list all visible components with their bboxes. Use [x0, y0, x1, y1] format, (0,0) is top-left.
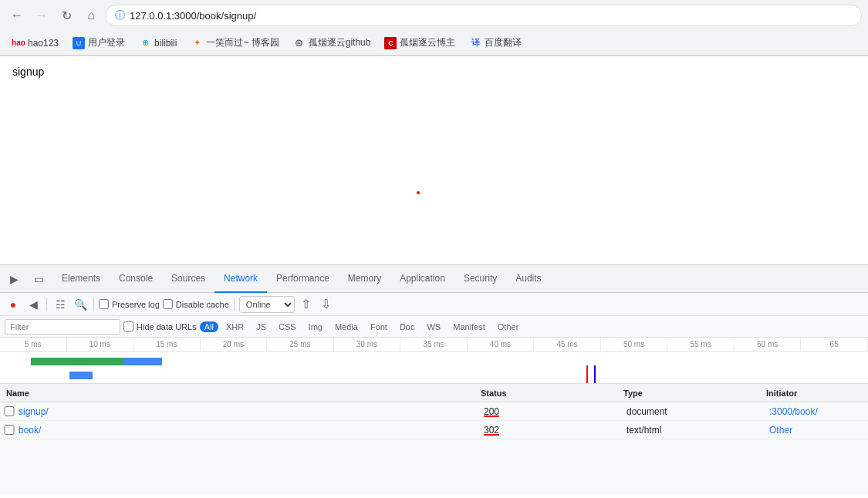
disable-cache-checkbox[interactable] — [163, 299, 173, 309]
timeline-bars — [0, 352, 868, 384]
tab-performance[interactable]: Performance — [267, 265, 339, 293]
table-row[interactable]: book/ 302 text/html Other — [0, 421, 868, 439]
tick-55ms: 55 ms — [667, 338, 735, 351]
filter-css[interactable]: CSS — [274, 321, 301, 332]
row-type: document — [620, 406, 763, 417]
url-text: 127.0.0.1:3000/book/signup/ — [130, 10, 256, 22]
tick-5ms: 5 ms — [0, 338, 67, 351]
hao123-icon: hao — [12, 37, 25, 49]
stop-button[interactable]: ◀ — [25, 296, 42, 313]
back-button[interactable]: ← — [6, 5, 28, 26]
bookmark-csdn[interactable]: C 孤烟逐云博主 — [378, 34, 461, 52]
tab-elements[interactable]: Elements — [52, 265, 110, 293]
devtools-tabs: ▶ ▭ Elements Console Sources Network Per… — [0, 265, 868, 293]
bookmark-hao123[interactable]: hao hao123 — [6, 35, 65, 52]
filter-xhr[interactable]: XHR — [221, 321, 248, 332]
toolbar-divider-2 — [93, 298, 94, 311]
bookmark-label: bilibili — [154, 38, 177, 49]
table-header: Name Status Type Initiator — [0, 384, 868, 402]
filter-manifest[interactable]: Manifest — [448, 321, 490, 332]
bar-signup-green — [31, 358, 123, 365]
hide-data-urls-text: Hide data URLs — [137, 322, 197, 331]
filter-input[interactable] — [5, 319, 120, 335]
row-status: 200 — [478, 406, 620, 417]
bookmark-github[interactable]: ⊛ 孤烟逐云github — [287, 34, 377, 52]
bookmark-baidu-translate[interactable]: 译 百度翻译 — [463, 34, 528, 52]
filter-toggle-button[interactable]: ☷ — [52, 296, 69, 313]
filter-img[interactable]: Img — [304, 321, 327, 332]
vline-domcontent — [586, 365, 588, 384]
disable-cache-label[interactable]: Disable cache — [163, 299, 229, 309]
tick-40ms: 40 ms — [468, 338, 535, 351]
network-table: Name Status Type Initiator signup/ 200 d… — [0, 384, 868, 439]
filter-font[interactable]: Font — [366, 321, 392, 332]
home-button[interactable]: ⌂ — [80, 5, 102, 26]
browser-chrome: ← → ↻ ⌂ ⓘ 127.0.0.1:3000/book/signup/ ha… — [0, 0, 868, 56]
tick-45ms: 45 ms — [534, 338, 601, 351]
filter-js[interactable]: JS — [252, 321, 271, 332]
tick-20ms: 20 ms — [201, 338, 268, 351]
row-checkbox[interactable] — [3, 406, 15, 416]
preserve-log-checkbox[interactable] — [99, 299, 109, 309]
tick-65ms: 65 — [801, 338, 868, 351]
bookmark-cnblogs[interactable]: ✦ 一笑而过~ 博客园 — [184, 34, 285, 52]
header-name: Name — [0, 389, 475, 398]
filter-doc[interactable]: Doc — [395, 321, 420, 332]
throttle-select[interactable]: Online Offline Slow 3G Fast 3G — [239, 296, 295, 313]
export-har-button[interactable]: ⇩ — [318, 296, 335, 313]
tab-network[interactable]: Network — [214, 265, 267, 293]
tick-60ms: 60 ms — [735, 338, 802, 351]
preserve-log-text: Preserve log — [112, 300, 160, 309]
forward-button[interactable]: → — [31, 5, 52, 26]
header-status: Status — [475, 389, 617, 398]
devtools-select-mode[interactable]: ▶ — [3, 268, 25, 290]
row-type: text/html — [620, 425, 763, 436]
bookmark-bilibili[interactable]: ⊕ bilibili — [133, 35, 183, 52]
timeline-ruler: 5 ms 10 ms 15 ms 20 ms 25 ms 30 ms 35 ms… — [0, 338, 868, 352]
header-initiator: Initiator — [760, 389, 868, 398]
bar-signup-blue — [123, 358, 162, 365]
devtools-toolbar: ● ◀ ☷ 🔍 Preserve log Disable cache Onlin… — [0, 293, 868, 316]
search-button[interactable]: 🔍 — [72, 296, 89, 313]
filter-media[interactable]: Media — [330, 321, 363, 332]
row-name: signup/ — [19, 406, 478, 417]
preserve-log-label[interactable]: Preserve log — [99, 299, 160, 309]
reload-button[interactable]: ↻ — [56, 5, 77, 26]
hide-data-urls-label[interactable]: Hide data URLs — [123, 321, 197, 331]
row-initiator: Other — [763, 425, 868, 436]
address-bar[interactable]: ⓘ 127.0.0.1:3000/book/signup/ — [105, 5, 862, 26]
import-har-button[interactable]: ⇧ — [298, 296, 315, 313]
row-name: book/ — [19, 425, 478, 436]
tab-console[interactable]: Console — [110, 265, 162, 293]
record-button[interactable]: ● — [5, 296, 22, 313]
page-title: signup — [12, 66, 856, 78]
tick-15ms: 15 ms — [133, 338, 201, 351]
tab-application[interactable]: Application — [390, 265, 454, 293]
bookmark-userlogin[interactable]: U 用户登录 — [66, 34, 131, 52]
toolbar-divider-3 — [234, 298, 235, 311]
bookmark-label: 一笑而过~ 博客园 — [206, 36, 279, 49]
hide-data-urls-checkbox[interactable] — [123, 321, 133, 331]
devtools-device-mode[interactable]: ▭ — [28, 268, 49, 290]
bookmark-label: 孤烟逐云github — [309, 36, 371, 49]
table-row[interactable]: signup/ 200 document :3000/book/ — [0, 402, 868, 421]
secure-icon: ⓘ — [115, 8, 125, 22]
toolbar-divider-1 — [46, 298, 47, 311]
row-checkbox[interactable] — [3, 425, 15, 435]
row-initiator: :3000/book/ — [763, 406, 868, 417]
tab-sources[interactable]: Sources — [162, 265, 214, 293]
filter-other[interactable]: Other — [493, 321, 524, 332]
tick-10ms: 10 ms — [67, 338, 134, 351]
tab-memory[interactable]: Memory — [339, 265, 390, 293]
bilibili-icon: ⊕ — [139, 37, 151, 49]
filter-all[interactable]: All — [200, 321, 218, 332]
tick-25ms: 25 ms — [267, 338, 334, 351]
baidu-translate-icon: 译 — [469, 37, 481, 49]
timeline: 5 ms 10 ms 15 ms 20 ms 25 ms 30 ms 35 ms… — [0, 338, 868, 384]
page-content: signup — [0, 56, 868, 264]
tab-audits[interactable]: Audits — [506, 265, 550, 293]
bookmark-label: hao123 — [28, 38, 59, 49]
filter-ws[interactable]: WS — [422, 321, 445, 332]
bookmark-label: 百度翻译 — [485, 36, 522, 49]
tab-security[interactable]: Security — [454, 265, 506, 293]
